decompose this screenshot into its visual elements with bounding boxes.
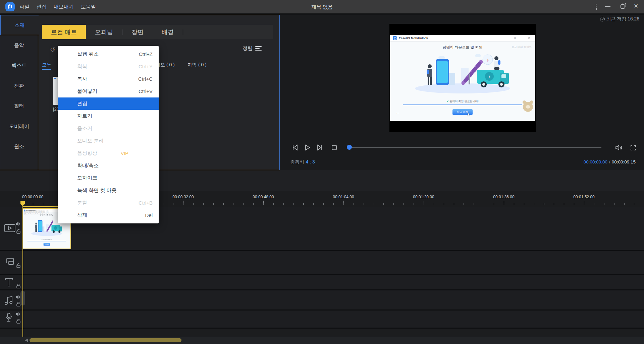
ruler-label: 00:00:00.00 <box>22 195 43 199</box>
menu-item-edit[interactable]: 편집 <box>58 97 159 110</box>
text-track-lock-icon[interactable] <box>16 283 21 290</box>
menu-item-voice-enhance[interactable]: 음성향상 VIP <box>58 147 159 159</box>
svg-text:♪: ♪ <box>488 74 491 79</box>
menu-item-copy[interactable]: 복사 Ctrl+C <box>58 73 159 85</box>
ruler-label: 00:01:04.00 <box>333 195 354 199</box>
sidebar-item-text[interactable]: 텍스트 <box>0 56 38 76</box>
preview-panel: 최근 저장 16:26 EaseUS MobiUnlock ≡ ─ ✕ 펌웨어 … <box>280 15 644 170</box>
video-track-lock-icon[interactable] <box>16 229 21 235</box>
scrollbar-thumb[interactable] <box>30 338 181 342</box>
menu-item-detach-audio[interactable]: 오디오 분리 <box>58 135 159 147</box>
previous-frame-button[interactable] <box>291 144 299 152</box>
restore-button[interactable] <box>621 4 625 9</box>
subtab-all[interactable]: 모두 <box>42 62 51 70</box>
menu-item-label: 녹색 화면 컷 아웃 <box>77 187 117 194</box>
voiceover-track-mute-icon[interactable] <box>15 312 21 318</box>
titlebar: 파일 편집 내보내기 도움말 제목 없음 ✕ <box>0 0 644 13</box>
fullscreen-icon[interactable] <box>629 144 637 152</box>
status-text: 펌웨어 확인 완료됩니다! <box>449 100 479 103</box>
menu-item-label: 분할 <box>77 200 87 206</box>
menu-item-label: 실행 취소 <box>77 51 99 57</box>
sidebar-item-transition[interactable]: 전환 <box>0 76 38 96</box>
sidebar-item-music[interactable]: 음악 <box>0 35 38 55</box>
tab-background[interactable]: 배경 <box>153 25 183 39</box>
menu-item-label: 자르기 <box>77 113 92 119</box>
vip-badge: VIP <box>121 151 128 156</box>
saved-text: 최근 저장 16:26 <box>606 16 639 22</box>
menu-file[interactable]: 파일 <box>19 4 30 10</box>
voiceover-track-lock-icon[interactable] <box>16 319 21 325</box>
tab-scene[interactable]: 장면 <box>122 25 153 39</box>
menu-item-delete[interactable]: 삭제 Del <box>58 209 159 221</box>
easeus-guide-link: 잠금 해제 가이드 <box>512 45 532 49</box>
more-options-icon[interactable] <box>596 4 597 10</box>
menu-item-label: 복사 <box>77 76 87 82</box>
track-separator <box>0 328 644 329</box>
saved-check-icon <box>600 17 605 21</box>
menu-item-green-screen[interactable]: 녹색 화면 컷 아웃 <box>58 184 159 197</box>
clip-context-menu: 실행 취소 Ctrl+Z 회복 Ctrl+Y 복사 Ctrl+C 붙여넣기 Ct… <box>58 46 159 223</box>
music-track-lock-icon[interactable] <box>16 301 21 308</box>
sidebar-item-media[interactable]: 소재 <box>0 15 39 35</box>
menu-item-shortcut: Ctrl+V <box>139 88 153 94</box>
sort-list-icon <box>255 46 262 51</box>
volume-icon[interactable] <box>614 144 623 152</box>
stop-button[interactable] <box>330 144 338 152</box>
overlay-track-lock-icon[interactable] <box>16 263 21 270</box>
easeus-back-arrow: ← <box>395 110 400 115</box>
minimize-button[interactable] <box>605 6 610 7</box>
overlay-track[interactable] <box>0 251 644 274</box>
menu-item-zoom[interactable]: 확대/축소 <box>58 159 159 172</box>
voiceover-track[interactable] <box>0 311 644 328</box>
next-frame-button[interactable] <box>316 144 324 152</box>
preview-seek-bar[interactable] <box>352 147 601 148</box>
aspect-ratio[interactable]: 종횡비 4 : 3 <box>290 159 315 165</box>
text-track[interactable] <box>0 275 644 289</box>
menu-item-label: 음소거 <box>77 125 92 132</box>
sidebar-item-filter[interactable]: 필터 <box>0 96 38 116</box>
import-refresh-icon[interactable]: ↺ <box>50 46 55 54</box>
tab-local-matte[interactable]: 로컬 매트 <box>42 25 86 39</box>
menu-item-undo[interactable]: 실행 취소 Ctrl+Z <box>58 48 159 60</box>
tab-opening[interactable]: 오피닝 <box>86 25 122 39</box>
easeus-progress-bar <box>403 105 522 105</box>
sort-control[interactable]: 정렬 <box>243 45 262 52</box>
easeus-app-title: EaseUS MobiUnlock <box>399 37 428 40</box>
voiceover-track-icon <box>5 313 13 324</box>
menu-item-label: 편집 <box>77 100 87 107</box>
subtab-subtitle[interactable]: 자막 ( 0 ) <box>187 62 207 68</box>
menu-item-redo[interactable]: 회복 Ctrl+Y <box>58 60 159 73</box>
menu-edit[interactable]: 편집 <box>37 4 47 10</box>
video-track-mute-icon[interactable] <box>15 221 21 228</box>
menu-item-shortcut: Ctrl+B <box>139 200 153 206</box>
menu-item-mute[interactable]: 음소거 <box>58 122 159 135</box>
easeus-window-controls: ≡ ─ ✕ <box>514 36 532 40</box>
menu-export[interactable]: 내보내기 <box>54 4 74 10</box>
sidebar-item-elements[interactable]: 원소 <box>0 136 38 156</box>
music-track[interactable] <box>0 290 644 309</box>
menu-item-shortcut: Ctrl+C <box>138 76 153 82</box>
preview-seek-handle[interactable] <box>347 145 352 150</box>
sort-label: 정렬 <box>243 45 253 52</box>
menu-item-label: 모자이크 <box>77 175 97 181</box>
menu-item-label: 삭제 <box>77 212 87 218</box>
menu-item-paste[interactable]: 붙여넣기 Ctrl+V <box>58 85 159 97</box>
aspect-ratio-value: 4 : 3 <box>306 159 315 164</box>
timecode: 00:00:00.00 / 00:00:09.15 <box>584 159 636 165</box>
current-time: 00:00:00.00 <box>584 159 607 164</box>
menu-item-shortcut: Del <box>145 212 153 218</box>
text-track-icon <box>4 277 14 289</box>
play-button[interactable] <box>303 144 311 152</box>
ruler-label: 00:00:48.00 <box>253 195 274 199</box>
menu-item-shortcut: Ctrl+Y <box>139 64 153 69</box>
close-button[interactable]: ✕ <box>634 3 638 10</box>
menu-item-mosaic[interactable]: 모자이크 <box>58 172 159 184</box>
menu-item-split[interactable]: 분할 Ctrl+B <box>58 197 159 209</box>
menu-item-crop[interactable]: 자르기 <box>58 110 159 122</box>
playhead-line[interactable] <box>22 205 23 337</box>
menu-help[interactable]: 도움말 <box>81 4 96 10</box>
video-preview[interactable]: EaseUS MobiUnlock ≡ ─ ✕ 펌웨어 다운로드 및 확인 잠금… <box>389 24 536 132</box>
easeus-status: ✔ 펌웨어 확인 완료됩니다! <box>390 99 535 103</box>
scroll-left-arrow[interactable] <box>25 339 28 342</box>
sidebar-item-overlay[interactable]: 오버레이 <box>0 116 38 136</box>
